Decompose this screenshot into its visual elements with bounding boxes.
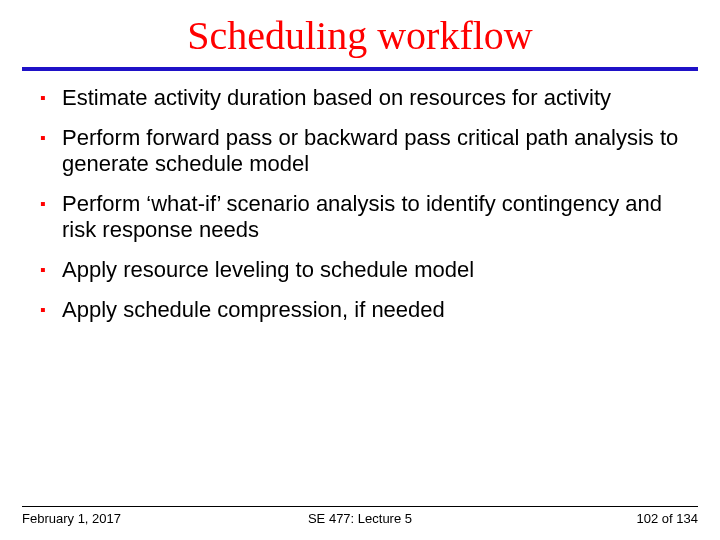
- footer-date: February 1, 2017: [22, 511, 247, 526]
- bullet-icon: ▪: [40, 257, 62, 283]
- footer-course: SE 477: Lecture 5: [247, 511, 472, 526]
- bullet-icon: ▪: [40, 125, 62, 151]
- list-item: ▪ Perform ‘what-if’ scenario analysis to…: [40, 191, 680, 243]
- list-item: ▪ Apply schedule compression, if needed: [40, 297, 680, 323]
- footer-divider: [22, 506, 698, 507]
- list-item: ▪ Apply resource leveling to schedule mo…: [40, 257, 680, 283]
- bullet-icon: ▪: [40, 85, 62, 111]
- slide-title: Scheduling workflow: [0, 0, 720, 63]
- bullet-text: Perform forward pass or backward pass cr…: [62, 125, 680, 177]
- bullet-text: Apply schedule compression, if needed: [62, 297, 445, 323]
- slide: Scheduling workflow ▪ Estimate activity …: [0, 0, 720, 540]
- bullet-text: Perform ‘what-if’ scenario analysis to i…: [62, 191, 680, 243]
- bullet-list: ▪ Estimate activity duration based on re…: [0, 71, 720, 323]
- bullet-icon: ▪: [40, 297, 62, 323]
- list-item: ▪ Estimate activity duration based on re…: [40, 85, 680, 111]
- bullet-text: Estimate activity duration based on reso…: [62, 85, 611, 111]
- footer-row: February 1, 2017 SE 477: Lecture 5 102 o…: [22, 511, 698, 526]
- footer: February 1, 2017 SE 477: Lecture 5 102 o…: [0, 506, 720, 526]
- bullet-text: Apply resource leveling to schedule mode…: [62, 257, 474, 283]
- bullet-icon: ▪: [40, 191, 62, 217]
- list-item: ▪ Perform forward pass or backward pass …: [40, 125, 680, 177]
- footer-page: 102 of 134: [473, 511, 698, 526]
